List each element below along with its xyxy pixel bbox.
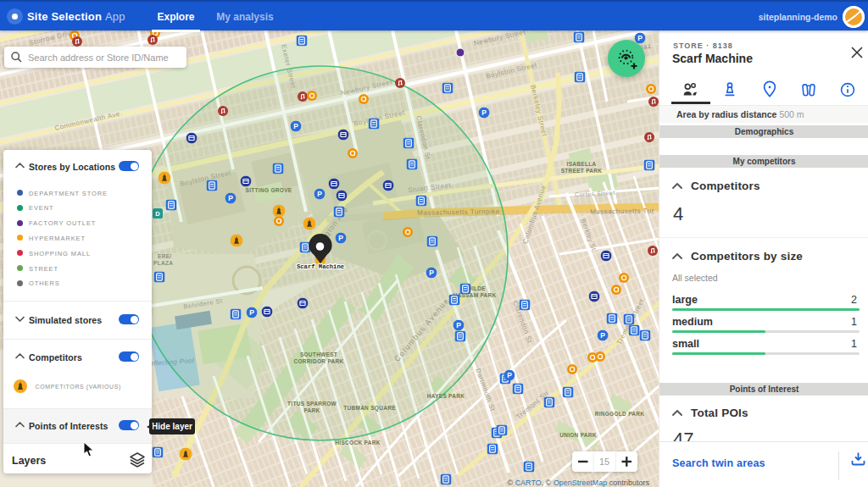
svg-text:Massachusetts Turnpike: Massachusetts Turnpike xyxy=(417,208,499,217)
svg-text:UNION PARK: UNION PARK xyxy=(559,432,597,438)
svg-text:Massachusetts Tur: Massachusetts Tur xyxy=(590,207,654,215)
svg-text:SITTING GROVE: SITTING GROVE xyxy=(246,187,292,193)
svg-text:STREET PARK: STREET PARK xyxy=(561,168,603,174)
svg-text:ISABELLA: ISABELLA xyxy=(567,161,597,167)
svg-text:TUBMAN SQUARE: TUBMAN SQUARE xyxy=(343,405,396,412)
svg-text:CORRIDOR PARK: CORRIDOR PARK xyxy=(293,358,343,364)
svg-text:PARK: PARK xyxy=(303,407,320,413)
svg-text:SOUTHWEST: SOUTHWEST xyxy=(300,351,337,357)
svg-text:Scarf Machine: Scarf Machine xyxy=(297,263,344,270)
svg-text:HISCOCK PARK: HISCOCK PARK xyxy=(335,440,380,445)
svg-text:PLAZA: PLAZA xyxy=(153,260,173,266)
svg-text:RINGGOLD PARK: RINGGOLD PARK xyxy=(595,411,645,417)
svg-text:15: 15 xyxy=(599,457,609,467)
svg-text:TITUS SPARROW: TITUS SPARROW xyxy=(287,401,337,407)
svg-text:ERE/: ERE/ xyxy=(158,253,171,259)
svg-text:HAYES PARK: HAYES PARK xyxy=(427,393,465,399)
